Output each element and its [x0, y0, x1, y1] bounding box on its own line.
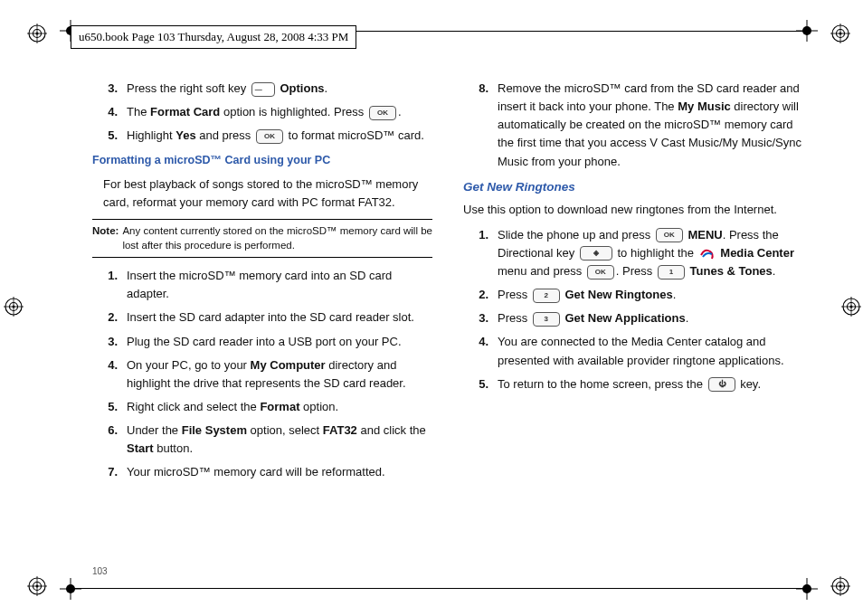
- list-item: 2. Press 2 Get New Ringtones.: [463, 286, 803, 304]
- media-center-swirl-icon: [699, 246, 716, 261]
- ok-key-icon: OK: [369, 106, 396, 120]
- directional-key-icon: ◈: [580, 246, 612, 261]
- ok-key-icon: OK: [656, 228, 683, 242]
- reg-mark-icon: [27, 576, 47, 596]
- one-key-icon: 1: [658, 265, 685, 280]
- right-column: 8. Remove the microSD™ card from the SD …: [463, 80, 803, 488]
- list-item: 7.Your microSD™ memory card will be refo…: [92, 463, 432, 481]
- reg-mark-icon: [830, 24, 850, 43]
- list-item: 4. On your PC, go to your My Computer di…: [92, 356, 432, 393]
- section-heading: Get New Ringtones: [463, 178, 803, 197]
- list-item: 4. The Format Card option is highlighted…: [92, 103, 432, 121]
- left-column: 3. Press the right soft key — Options. 4…: [92, 80, 432, 488]
- list-item: 6. Under the File System option, select …: [92, 422, 432, 458]
- right-soft-key-icon: —: [251, 82, 275, 97]
- list-item: 8. Remove the microSD™ card from the SD …: [463, 80, 803, 171]
- list-item: 5. Highlight Yes and press OK to format …: [92, 127, 432, 145]
- list-item: 1.Insert the microSD™ memory card into a…: [92, 267, 432, 303]
- three-key-icon: 3: [533, 312, 560, 327]
- reg-mark-icon: [27, 24, 47, 43]
- list-item: 2.Insert the SD card adapter into the SD…: [92, 308, 432, 327]
- paragraph: Use this option to download new ringtone…: [463, 201, 803, 219]
- crop-mark-icon: [60, 578, 81, 600]
- crop-mark-icon: [796, 578, 818, 600]
- reg-mark-icon: [841, 297, 861, 317]
- two-key-icon: 2: [533, 289, 560, 303]
- reg-mark-icon: [830, 576, 850, 596]
- list-item: 3.Plug the SD card reader into a USB por…: [92, 333, 432, 351]
- list-item: 4.You are connected to the Media Center …: [463, 333, 803, 369]
- end-key-icon: ⏻: [708, 377, 735, 392]
- list-item: 1. Slide the phone up and press OK MENU.…: [463, 226, 803, 280]
- list-item: 3. Press the right soft key — Options.: [92, 80, 432, 98]
- note-block: Note: Any content currently stored on th…: [92, 219, 432, 258]
- page-number: 103: [92, 566, 108, 576]
- section-heading: Formatting a microSD™ Card using your PC: [92, 152, 432, 169]
- ok-key-icon: OK: [256, 129, 283, 144]
- list-item: 3. Press 3 Get New Applications.: [463, 309, 803, 327]
- reg-mark-icon: [4, 297, 24, 317]
- ok-key-icon: OK: [587, 265, 614, 280]
- paragraph: For best playback of songs stored to the…: [103, 175, 432, 212]
- page-header: u650.book Page 103 Thursday, August 28, …: [71, 25, 356, 49]
- list-item: 5. To return to the home screen, press t…: [463, 375, 803, 393]
- list-item: 5. Right click and select the Format opt…: [92, 398, 432, 416]
